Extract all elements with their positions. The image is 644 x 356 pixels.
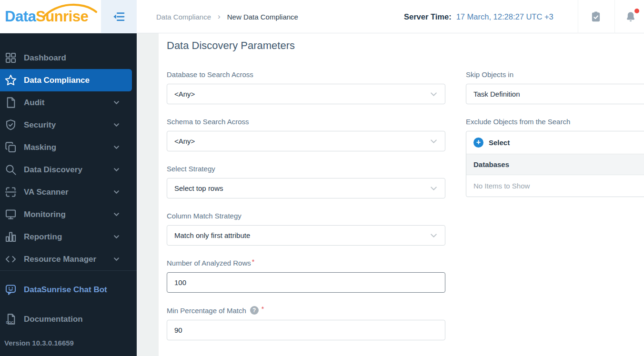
sidebar-item-label: Monitoring [24, 210, 66, 219]
field-database-to-search: Database to Search Across <Any> [167, 70, 445, 104]
empty-list-message: No Items to Show [466, 175, 644, 197]
form-right-column: Skip Objects in Task Definition Exclude … [466, 70, 644, 210]
chevron-down-icon [113, 144, 120, 150]
sidebar-item-label: Audit [24, 98, 44, 108]
magnifier-icon [4, 163, 17, 176]
sidebar-item-label: Security [24, 120, 56, 130]
select-strategy-select[interactable]: Select top rows [167, 178, 445, 198]
chevron-down-icon [113, 122, 120, 128]
chevron-down-icon [430, 184, 438, 192]
chevron-down-icon [113, 234, 120, 240]
topbar-divider [578, 0, 578, 33]
code-icon [4, 253, 17, 266]
exclude-objects-panel: + Select Databases No Items to Show [466, 131, 644, 197]
sidebar-collapse-button[interactable] [101, 0, 137, 33]
scan-frame-icon [4, 186, 17, 198]
doc-file-icon: DOC [4, 313, 17, 326]
bar-chart-icon [4, 230, 17, 243]
select-value: Task Definition [473, 90, 520, 98]
server-time-label: Server Time: [404, 12, 452, 21]
schema-select[interactable]: <Any> [167, 131, 445, 151]
sidebar-item-masking[interactable]: Masking [0, 136, 137, 158]
content-gutter [137, 33, 159, 356]
field-label: Database to Search Across [167, 70, 253, 79]
field-label: Skip Objects in [466, 70, 513, 79]
sidebar-item-audit[interactable]: Audit [0, 91, 137, 114]
field-label: Min Percentage of Match [167, 307, 246, 315]
breadcrumb-separator: › [218, 12, 221, 21]
sidebar-item-data-discovery[interactable]: Data Discovery [0, 158, 137, 181]
notification-badge [634, 9, 639, 13]
sidebar-item-label: Resource Manager [24, 255, 96, 264]
select-value: <Any> [174, 90, 195, 98]
copy-icon [4, 141, 17, 154]
tasks-clipboard-icon [590, 10, 602, 23]
sidebar-item-label: Data Discovery [24, 165, 82, 175]
sidebar-item-reporting[interactable]: Reporting [0, 226, 137, 248]
logo-text: DataSunrise [5, 8, 88, 25]
sidebar-collapse-icon [112, 10, 126, 24]
field-min-percentage: Min Percentage of Match ? * [167, 306, 445, 340]
dashboard-grid-icon [4, 51, 17, 64]
datasunrise-logo[interactable]: DataSunrise [0, 0, 101, 33]
field-skip-objects: Skip Objects in Task Definition [466, 70, 644, 104]
server-time: Server Time: 17 March, 12:28:27 UTC +3 [404, 0, 553, 33]
logo-part-sunrise: Sunrise [36, 8, 88, 25]
chat-bubble-smiley-icon [4, 283, 17, 296]
sidebar-item-label: Data Compliance [24, 76, 90, 85]
field-label: Exclude Objects from the Search [466, 118, 570, 126]
field-label: Schema to Search Across [167, 118, 249, 126]
sidebar-item-label: Dashboard [24, 53, 66, 63]
analyzed-rows-input[interactable] [167, 272, 445, 293]
sidebar-item-chat-bot[interactable]: DataSunrise Chat Bot [0, 278, 137, 301]
chevron-down-icon [430, 231, 438, 239]
chevron-down-icon [430, 90, 438, 98]
field-label: Column Match Strategy [167, 212, 242, 220]
sidebar-item-resource-manager[interactable]: Resource Manager [0, 248, 137, 270]
help-icon[interactable]: ? [250, 306, 259, 315]
required-asterisk: * [262, 305, 264, 313]
field-select-strategy: Select Strategy Select top rows [167, 165, 445, 198]
chevron-down-icon [113, 189, 120, 195]
sidebar-item-va-scanner[interactable]: VA Scanner [0, 181, 137, 203]
select-value: Match only first attribute [174, 231, 250, 239]
chevron-down-icon [113, 99, 120, 106]
field-column-match-strategy: Column Match Strategy Match only first a… [167, 212, 445, 246]
document-icon [4, 96, 17, 109]
column-match-strategy-select[interactable]: Match only first attribute [167, 225, 445, 246]
sidebar-item-label: DataSunrise Chat Bot [24, 285, 107, 295]
sidebar-item-label: Masking [24, 143, 56, 152]
chevron-down-icon [113, 256, 120, 262]
breadcrumb: Data Compliance › New Data Compliance [156, 0, 298, 33]
field-schema-to-search: Schema to Search Across <Any> [167, 118, 445, 151]
skip-objects-select[interactable]: Task Definition [466, 84, 644, 104]
star-icon [4, 74, 17, 87]
version-label: Version 10.3.0.16659 [0, 339, 137, 347]
exclude-select-button[interactable]: + Select [466, 131, 644, 154]
breadcrumb-current: New Data Compliance [227, 13, 298, 21]
server-time-value: 17 March, 12:28:27 UTC +3 [456, 12, 553, 21]
main-content: Data Discovery Parameters Database to Se… [159, 34, 644, 356]
chevron-down-icon [430, 137, 438, 145]
sidebar-item-dashboard[interactable]: Dashboard [0, 47, 137, 69]
monitor-icon [4, 208, 17, 221]
tasks-button[interactable] [581, 0, 611, 33]
field-analyzed-rows: Number of Analyzed Rows * [167, 259, 445, 293]
chevron-down-icon [113, 167, 120, 173]
database-select[interactable]: <Any> [167, 84, 445, 104]
field-label: Select Strategy [167, 165, 215, 173]
sidebar-nav: Dashboard Data Compliance Audit Security [0, 33, 137, 356]
notifications-button[interactable] [616, 0, 644, 33]
sidebar-item-monitoring[interactable]: Monitoring [0, 203, 137, 226]
field-label: Number of Analyzed Rows [167, 259, 251, 267]
sidebar-item-data-compliance[interactable]: Data Compliance [0, 69, 132, 91]
select-button-label: Select [489, 138, 510, 147]
databases-group-header: Databases [466, 154, 644, 175]
sidebar-item-documentation[interactable]: DOC Documentation [0, 308, 137, 330]
page-title: Data Discovery Parameters [167, 40, 295, 52]
min-percentage-input[interactable] [167, 320, 445, 340]
topbar-divider [614, 0, 615, 33]
breadcrumb-parent[interactable]: Data Compliance [156, 13, 211, 21]
sidebar-item-security[interactable]: Security [0, 114, 137, 136]
form-left-column: Database to Search Across <Any> Schema t… [167, 70, 445, 354]
